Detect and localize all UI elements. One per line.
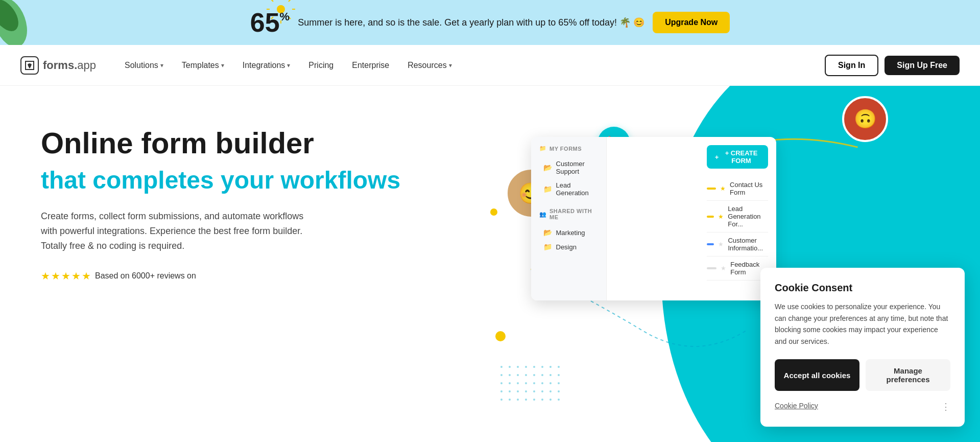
form-bar <box>707 188 716 190</box>
cookie-text: We use cookies to personalize your exper… <box>775 301 950 347</box>
form-list-item[interactable]: ★ Customer Informatio... <box>707 232 768 257</box>
dots-grid <box>500 366 562 403</box>
dot-yellow <box>495 331 506 341</box>
discount-text: 65% <box>250 9 290 36</box>
logo-icon <box>20 56 39 75</box>
svg-line-7 <box>271 0 273 2</box>
nav-resources[interactable]: Resources ▾ <box>399 57 460 74</box>
folder-blue-icon: 📁 <box>543 185 552 193</box>
banner-text: Summer is here, and so is the sale. Get … <box>298 17 644 28</box>
dot-yellow-2 <box>490 208 497 216</box>
logo[interactable]: forms.app <box>20 56 96 75</box>
hero-title: Online form builder <box>41 127 470 159</box>
hero-subtitle: that completes your workflows <box>41 166 470 195</box>
nav-integrations[interactable]: Integrations ▾ <box>234 57 299 74</box>
chevron-down-icon: ▾ <box>160 62 163 69</box>
cookie-more-icon[interactable]: ⋮ <box>941 401 950 412</box>
form-list-item[interactable]: ★ Lead Generation For... <box>707 201 768 232</box>
form-name: Customer Informatio... <box>728 237 768 252</box>
cookie-modal: Cookie Consent We use cookies to persona… <box>760 268 965 427</box>
form-name: Contact Us Form <box>730 181 768 196</box>
hero-description: Create forms, collect form submissions, … <box>41 209 317 253</box>
form-bar <box>707 243 714 245</box>
star-empty-icon: ★ <box>718 241 724 248</box>
form-item-lead-gen[interactable]: 📁 Lead Generation <box>539 178 598 200</box>
ui-card: 📁 MY FORMS 📂 Customer Support 📁 Lead Gen… <box>531 137 776 300</box>
top-banner: 65% Summer is here, and so is the sale. … <box>0 0 980 45</box>
cookie-actions: Accept all cookies Manage preferences <box>775 359 950 391</box>
banner-content: 65% Summer is here, and so is the sale. … <box>250 9 730 36</box>
my-forms-label: 📁 MY FORMS <box>539 145 598 152</box>
star-filled-icon: ★ <box>720 185 726 192</box>
svg-line-9 <box>289 0 291 2</box>
hero-reviews: ★ ★ ★ ★ ★ Based on 6000+ reviews on <box>41 270 470 282</box>
star-1: ★ <box>41 270 50 282</box>
nav-solutions[interactable]: Solutions ▾ <box>116 57 172 74</box>
leaf-decoration <box>0 0 41 45</box>
signup-button[interactable]: Sign Up Free <box>885 56 960 75</box>
star-5: ★ <box>82 270 91 282</box>
star-2: ★ <box>51 270 60 282</box>
avatar-2: 🙃 <box>842 96 888 142</box>
form-bar-gray <box>707 267 716 269</box>
star-rating: ★ ★ ★ ★ ★ <box>41 270 91 282</box>
create-form-button[interactable]: + + CREATE FORM <box>707 145 768 169</box>
dots-decoration <box>500 366 562 403</box>
upgrade-button[interactable]: Upgrade Now <box>653 12 730 33</box>
star-4: ★ <box>71 270 81 282</box>
form-item-design[interactable]: 📁 Design <box>539 240 598 254</box>
chevron-down-icon: ▾ <box>449 62 452 69</box>
nav-pricing[interactable]: Pricing <box>300 57 342 74</box>
folder-red-icon: 📂 <box>543 228 552 237</box>
folder-yellow-icon: 📂 <box>543 164 552 172</box>
shared-label: 👥 SHARED WITH ME <box>539 208 598 220</box>
accept-cookies-button[interactable]: Accept all cookies <box>775 359 859 391</box>
folder-icon: 📁 <box>539 145 547 152</box>
form-list-item[interactable]: ★ Feedback Form <box>707 257 768 281</box>
percent-sign: % <box>280 11 290 22</box>
card-left-panel: 📁 MY FORMS 📂 Customer Support 📁 Lead Gen… <box>531 137 607 300</box>
hero-left: Online form builder that completes your … <box>0 86 490 442</box>
nav-actions: Sign In Sign Up Free <box>825 55 960 76</box>
logo-label: forms.app <box>43 59 96 72</box>
navbar: forms.app Solutions ▾ Templates ▾ Integr… <box>0 45 980 86</box>
chevron-down-icon: ▾ <box>221 62 224 69</box>
folder-blue-icon: 📁 <box>543 243 552 251</box>
plus-icon: + <box>715 153 719 161</box>
form-bar <box>707 216 714 218</box>
reviews-text: Based on 6000+ reviews on <box>95 271 196 281</box>
form-item-customer-support[interactable]: 📂 Customer Support <box>539 157 598 178</box>
nav-templates[interactable]: Templates ▾ <box>174 57 232 74</box>
form-name: Lead Generation For... <box>728 205 768 228</box>
star-filled-icon: ★ <box>718 213 724 220</box>
signin-button[interactable]: Sign In <box>825 55 878 76</box>
nav-enterprise[interactable]: Enterprise <box>344 57 397 74</box>
star-3: ★ <box>61 270 70 282</box>
manage-preferences-button[interactable]: Manage preferences <box>866 359 950 391</box>
shared-icon: 👥 <box>539 211 547 218</box>
form-list-item[interactable]: ★ Contact Us Form <box>707 177 768 201</box>
cookie-title: Cookie Consent <box>775 282 950 294</box>
star-empty-icon: ★ <box>721 265 726 272</box>
form-item-marketing[interactable]: 📂 Marketing <box>539 225 598 240</box>
nav-links: Solutions ▾ Templates ▾ Integrations ▾ P… <box>116 57 825 74</box>
chevron-down-icon: ▾ <box>287 62 290 69</box>
cookie-policy-link[interactable]: Cookie Policy <box>775 402 818 410</box>
